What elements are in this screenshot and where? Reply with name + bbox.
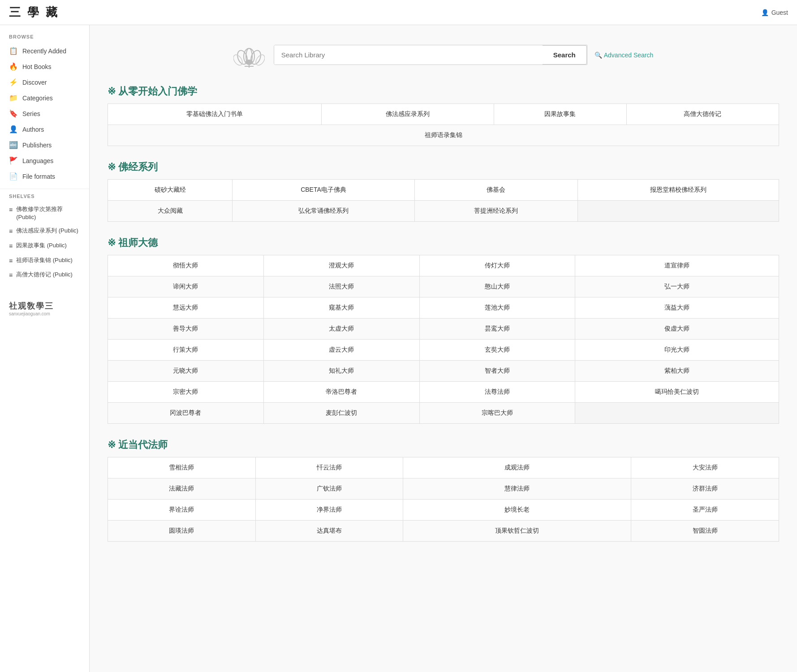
shelf-label: 因果故事集 (Public)	[16, 241, 67, 250]
table-cell[interactable]: 太虚大师	[263, 319, 419, 340]
table-cell[interactable]: 济群法师	[631, 478, 779, 500]
table-cell[interactable]: 元晓大师	[108, 361, 264, 382]
shelf-item-shelf-1[interactable]: ≡佛教修学次第推荐 (Public)	[0, 202, 89, 224]
table-cell[interactable]: 祖师语录集锦	[108, 125, 779, 146]
table-row: 零基础佛法入门书单佛法感应录系列因果故事集高僧大德传记	[108, 104, 779, 125]
table-cell[interactable]: 宗喀巴大师	[419, 403, 575, 424]
table-cell[interactable]: 成观法师	[403, 457, 631, 478]
table-cell[interactable]: 界诠法师	[108, 500, 256, 521]
shelf-label: 祖师语录集锦 (Public)	[16, 256, 73, 264]
table-cell[interactable]: 法照大师	[263, 276, 419, 297]
table-cell[interactable]: 俊虚大师	[575, 319, 779, 340]
shelf-item-shelf-4[interactable]: ≡祖师语录集锦 (Public)	[0, 254, 89, 268]
table-cell[interactable]: 菩提洲经论系列	[414, 201, 577, 222]
table-cell[interactable]: 冈波巴尊者	[108, 403, 264, 424]
table-cell[interactable]: 慧律法师	[403, 478, 631, 500]
layout: BROWSE 📋Recently Added🔥Hot Books⚡Discove…	[0, 25, 797, 672]
sidebar-item-authors[interactable]: 👤Authors	[0, 121, 89, 137]
sidebar-item-recently-added[interactable]: 📋Recently Added	[0, 43, 89, 59]
shelf-label: 佛法感应录系列 (Public)	[16, 227, 78, 235]
search-input[interactable]	[274, 45, 543, 65]
table-cell[interactable]: 法尊法师	[419, 382, 575, 403]
table-cell[interactable]: 广钦法师	[255, 478, 403, 500]
table-cell[interactable]: 帝洛巴尊者	[263, 382, 419, 403]
table-cell[interactable]: 憨山大师	[419, 276, 575, 297]
table-cell[interactable]: 玄奘大师	[419, 340, 575, 361]
table-cell[interactable]: 慧远大师	[108, 297, 264, 319]
table-cell[interactable]: 智圆法师	[631, 521, 779, 542]
advanced-search-link[interactable]: 🔍 Advanced Search	[595, 52, 654, 59]
table-row: 彻悟大师澄观大师传灯大师道宣律师	[108, 255, 779, 276]
table-cell[interactable]: 澄观大师	[263, 255, 419, 276]
table-cell[interactable]: 顶果钦哲仁波切	[403, 521, 631, 542]
categories-icon: 📁	[9, 94, 18, 102]
table-cell[interactable]: CBETA电子佛典	[233, 180, 415, 201]
table-cell[interactable]: 莲池大师	[419, 297, 575, 319]
site-logo[interactable]: 三 學 藏	[9, 4, 59, 20]
sidebar-item-languages[interactable]: 🚩Languages	[0, 153, 89, 168]
table-cell[interactable]: 弘化常诵佛经系列	[233, 201, 415, 222]
table-cell[interactable]: 知礼大师	[263, 361, 419, 382]
table-cell[interactable]: 传灯大师	[419, 255, 575, 276]
table-cell[interactable]: 蕅益大师	[575, 297, 779, 319]
table-cell[interactable]: 忏云法师	[255, 457, 403, 478]
table-cell[interactable]: 因果故事集	[494, 104, 626, 125]
shelf-item-shelf-2[interactable]: ≡佛法感应录系列 (Public)	[0, 224, 89, 239]
section-asterisk: ※	[108, 161, 116, 173]
table-cell[interactable]: 虚云大师	[263, 340, 419, 361]
table-cell[interactable]: 善导大师	[108, 319, 264, 340]
table-cell[interactable]: 宗密大师	[108, 382, 264, 403]
table-cell[interactable]: 大众阅藏	[108, 201, 233, 222]
table-cell[interactable]: 法藏法师	[108, 478, 256, 500]
table-cell[interactable]: 圆瑛法师	[108, 521, 256, 542]
sidebar-item-file-formats[interactable]: 📄File formats	[0, 168, 89, 184]
table-cell[interactable]: 彻悟大师	[108, 255, 264, 276]
table-cell[interactable]: 紫柏大师	[575, 361, 779, 382]
table-cell[interactable]: 谛闲大师	[108, 276, 264, 297]
table-row: 善导大师太虚大师昙鸾大师俊虚大师	[108, 319, 779, 340]
sidebar-label: Hot Books	[22, 63, 52, 70]
table-cell[interactable]: 报恩堂精校佛经系列	[577, 180, 779, 201]
section-asterisk: ※	[108, 439, 116, 451]
table-cell[interactable]: 佛基会	[414, 180, 577, 201]
sidebar-item-publishers[interactable]: 🔤Publishers	[0, 137, 89, 153]
shelf-icon: ≡	[9, 227, 13, 236]
table-cell	[577, 201, 779, 222]
shelf-icon: ≡	[9, 206, 13, 215]
sidebar: BROWSE 📋Recently Added🔥Hot Books⚡Discove…	[0, 25, 90, 672]
shelves-section-label: SHELVES	[0, 194, 89, 202]
table-cell	[575, 403, 779, 424]
shelf-item-shelf-3[interactable]: ≡因果故事集 (Public)	[0, 239, 89, 254]
table-cell[interactable]: 弘一大师	[575, 276, 779, 297]
search-button[interactable]: Search	[543, 45, 587, 65]
table-cell[interactable]: 智者大师	[419, 361, 575, 382]
sidebar-divider	[0, 189, 89, 189]
table-cell[interactable]: 达真堪布	[255, 521, 403, 542]
table-cell[interactable]: 噶玛恰美仁波切	[575, 382, 779, 403]
table-cell[interactable]: 昙鸾大师	[419, 319, 575, 340]
publishers-icon: 🔤	[9, 141, 18, 149]
table-cell[interactable]: 高僧大德传记	[626, 104, 779, 125]
shelf-item-shelf-5[interactable]: ≡高僧大德传记 (Public)	[0, 268, 89, 283]
table-cell[interactable]: 麦彭仁波切	[263, 403, 419, 424]
hot-books-icon: 🔥	[9, 62, 18, 71]
sidebar-item-series[interactable]: 🔖Series	[0, 106, 89, 121]
guest-info: 👤 Guest	[761, 9, 788, 16]
table-cell[interactable]: 窥基大师	[263, 297, 419, 319]
table-row: 大众阅藏弘化常诵佛经系列菩提洲经论系列	[108, 201, 779, 222]
table-cell[interactable]: 妙境长老	[403, 500, 631, 521]
table-cell[interactable]: 大安法师	[631, 457, 779, 478]
sidebar-item-categories[interactable]: 📁Categories	[0, 90, 89, 106]
table-cell[interactable]: 碛砂大藏经	[108, 180, 233, 201]
table-cell[interactable]: 道宣律师	[575, 255, 779, 276]
table-cell[interactable]: 净界法师	[255, 500, 403, 521]
table-cell[interactable]: 零基础佛法入门书单	[108, 104, 322, 125]
table-cell[interactable]: 行策大师	[108, 340, 264, 361]
shelf-label: 高僧大德传记 (Public)	[16, 271, 73, 279]
table-cell[interactable]: 圣严法师	[631, 500, 779, 521]
table-cell[interactable]: 佛法感应录系列	[321, 104, 494, 125]
table-cell[interactable]: 印光大师	[575, 340, 779, 361]
sidebar-item-discover[interactable]: ⚡Discover	[0, 74, 89, 90]
table-cell[interactable]: 雪相法师	[108, 457, 256, 478]
sidebar-item-hot-books[interactable]: 🔥Hot Books	[0, 59, 89, 74]
